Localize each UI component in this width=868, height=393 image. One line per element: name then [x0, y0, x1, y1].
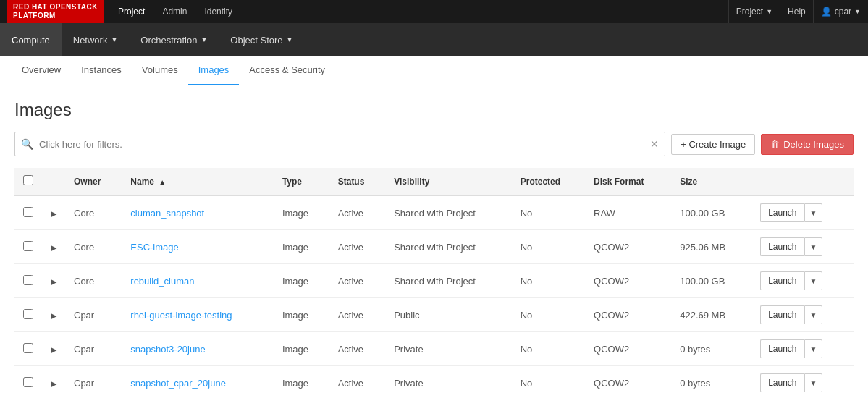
expand-arrow-5[interactable]: ▶: [51, 379, 56, 388]
row-size-5: 0 bytes: [671, 366, 751, 394]
launch-dropdown-2[interactable]: ▼: [804, 271, 823, 290]
row-check-2: [14, 264, 42, 298]
search-wrapper: 🔍 ✕: [14, 132, 665, 156]
row-checkbox-3[interactable]: [23, 309, 33, 319]
row-owner-4: Cpar: [65, 332, 122, 366]
row-visibility-5: Private: [385, 366, 512, 394]
mainnav-network[interactable]: Network ▼: [62, 23, 130, 56]
row-name-link-5[interactable]: snapshot_cpar_20june: [130, 378, 226, 389]
row-owner-1: Core: [65, 230, 122, 264]
tab-instances[interactable]: Instances: [71, 56, 132, 85]
launch-group-4: Launch ▼: [760, 339, 845, 358]
row-checkbox-4[interactable]: [23, 343, 33, 353]
row-size-4: 0 bytes: [671, 332, 751, 366]
search-clear-icon[interactable]: ✕: [644, 138, 665, 150]
expand-arrow-0[interactable]: ▶: [51, 209, 56, 218]
top-right-help[interactable]: Help: [780, 0, 813, 23]
row-name-link-0[interactable]: cluman_snapshot: [130, 208, 204, 219]
row-check-4: [14, 332, 42, 366]
top-right-project[interactable]: Project ▼: [728, 0, 780, 23]
launch-button-2[interactable]: Launch: [760, 271, 804, 290]
row-checkbox-2[interactable]: [23, 275, 33, 285]
header-visibility: Visibility: [385, 168, 512, 195]
row-disk-format-0: RAW: [585, 195, 671, 230]
launch-group-5: Launch ▼: [760, 373, 845, 392]
header-type: Type: [274, 168, 329, 195]
launch-button-3[interactable]: Launch: [760, 305, 804, 324]
top-nav-admin[interactable]: Admin: [153, 0, 195, 23]
launch-dropdown-5[interactable]: ▼: [804, 373, 823, 392]
sub-nav: Overview Instances Volumes Images Access…: [0, 56, 868, 85]
launch-button-1[interactable]: Launch: [760, 237, 804, 256]
row-visibility-0: Shared with Project: [385, 195, 512, 230]
expand-arrow-3[interactable]: ▶: [51, 311, 56, 320]
row-name-link-1[interactable]: ESC-image: [130, 242, 178, 253]
top-bar: RED HAT OPENSTACK PLATFORM Project Admin…: [0, 0, 868, 23]
row-name-link-4[interactable]: snapshot3-20june: [130, 344, 205, 355]
row-status-1: Active: [329, 230, 385, 264]
row-size-2: 100.00 GB: [671, 264, 751, 298]
name-sort-arrow: ▲: [159, 178, 166, 186]
header-name[interactable]: Name ▲: [122, 168, 274, 195]
row-checkbox-0[interactable]: [23, 207, 33, 217]
launch-dropdown-1[interactable]: ▼: [804, 237, 823, 256]
launch-dropdown-0[interactable]: ▼: [804, 203, 823, 222]
mainnav-compute[interactable]: Compute: [0, 23, 62, 56]
launch-button-5[interactable]: Launch: [760, 373, 804, 392]
launch-group-1: Launch ▼: [760, 237, 845, 256]
row-status-2: Active: [329, 264, 385, 298]
tab-volumes[interactable]: Volumes: [132, 56, 188, 85]
row-protected-4: No: [512, 332, 585, 366]
launch-dropdown-4[interactable]: ▼: [804, 339, 823, 358]
row-type-4: Image: [274, 332, 329, 366]
create-image-button[interactable]: + Create Image: [671, 134, 755, 155]
row-protected-2: No: [512, 264, 585, 298]
row-expand-4: ▶: [42, 332, 65, 366]
delete-images-button[interactable]: 🗑 Delete Images: [761, 134, 854, 155]
orchestration-dropdown-arrow: ▼: [201, 36, 207, 43]
top-right-user[interactable]: 👤 cpar ▼: [813, 0, 868, 23]
row-expand-1: ▶: [42, 230, 65, 264]
row-disk-format-3: QCOW2: [585, 298, 671, 332]
expand-arrow-4[interactable]: ▶: [51, 345, 56, 354]
row-size-1: 925.06 MB: [671, 230, 751, 264]
row-check-0: [14, 195, 42, 230]
row-disk-format-4: QCOW2: [585, 332, 671, 366]
row-visibility-1: Shared with Project: [385, 230, 512, 264]
user-dropdown-arrow: ▼: [854, 8, 861, 15]
table-row: ▶ Cpar snapshot_cpar_20june Image Active…: [14, 366, 854, 394]
tab-images[interactable]: Images: [188, 56, 240, 85]
network-dropdown-arrow: ▼: [111, 36, 117, 43]
project-dropdown-arrow: ▼: [766, 8, 772, 15]
row-owner-5: Cpar: [65, 366, 122, 394]
row-checkbox-1[interactable]: [23, 241, 33, 251]
table-body: ▶ Core cluman_snapshot Image Active Shar…: [14, 195, 854, 393]
top-nav-project[interactable]: Project: [109, 0, 153, 23]
row-name-2: rebuild_cluman: [122, 264, 274, 298]
mainnav-object-store[interactable]: Object Store ▼: [219, 23, 304, 56]
expand-arrow-1[interactable]: ▶: [51, 243, 56, 252]
select-all-checkbox[interactable]: [23, 175, 33, 185]
expand-arrow-2[interactable]: ▶: [51, 277, 56, 286]
mainnav-orchestration[interactable]: Orchestration ▼: [129, 23, 219, 56]
launch-dropdown-3[interactable]: ▼: [804, 305, 823, 324]
launch-button-4[interactable]: Launch: [760, 339, 804, 358]
row-name-link-2[interactable]: rebuild_cluman: [130, 276, 194, 287]
row-check-3: [14, 298, 42, 332]
top-nav-identity[interactable]: Identity: [195, 0, 241, 23]
top-right: Project ▼ Help 👤 cpar ▼: [728, 0, 868, 23]
row-checkbox-5[interactable]: [23, 377, 33, 387]
table-row: ▶ Core rebuild_cluman Image Active Share…: [14, 264, 854, 298]
row-type-2: Image: [274, 264, 329, 298]
brand-logo: RED HAT OPENSTACK PLATFORM: [7, 0, 104, 23]
search-input[interactable]: [39, 139, 644, 150]
row-name-4: snapshot3-20june: [122, 332, 274, 366]
launch-button-0[interactable]: Launch: [760, 203, 804, 222]
tab-access-security[interactable]: Access & Security: [239, 56, 335, 85]
row-disk-format-5: QCOW2: [585, 366, 671, 394]
row-name-link-3[interactable]: rhel-guest-image-testing: [130, 310, 232, 321]
row-actions-2: Launch ▼: [751, 264, 854, 298]
table-row: ▶ Core ESC-image Image Active Shared wit…: [14, 230, 854, 264]
tab-overview[interactable]: Overview: [12, 56, 71, 85]
row-actions-1: Launch ▼: [751, 230, 854, 264]
